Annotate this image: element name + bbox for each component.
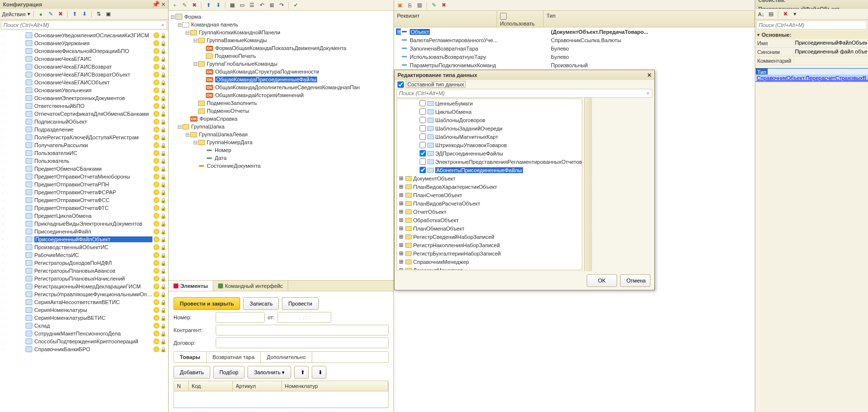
post-and-close-button[interactable]: Провести и закрыть <box>174 297 240 310</box>
type-tree-folder[interactable]: ⊞СправочникМенеджер <box>397 258 582 266</box>
tree-node[interactable]: ГруппаКнопкиКоманднойПанели <box>199 29 280 35</box>
type-tree-folder[interactable]: ⊞ДокументМенеджер <box>397 266 582 270</box>
tree-node[interactable]: Номер <box>215 147 231 153</box>
type-tree-item[interactable]: ШаблоныДоговоров <box>397 116 582 124</box>
ok-button[interactable]: OK <box>587 274 617 287</box>
type-checkbox[interactable] <box>420 142 426 148</box>
tree-node[interactable]: ГруппаВажныеКоманды <box>207 37 267 43</box>
date-field[interactable]: . . : : <box>277 312 331 323</box>
tree-item[interactable]: ·ОснованиеЧекаЕГАИС🔒 <box>0 55 168 63</box>
tree-item[interactable]: ·ОснованиеЧекаЕГАИСОбъект🔒 <box>0 78 168 86</box>
tree-item[interactable]: ·ОснованиеУведомленияОСписанииКиЗГИСМ🔒 <box>0 31 168 39</box>
tree-item[interactable]: ·ПредметЦиклаОбмена🔒 <box>0 212 168 220</box>
up-icon[interactable]: ⬆ <box>71 10 78 18</box>
add-row-button[interactable]: Добавить <box>174 366 210 379</box>
prop-comment-input[interactable] <box>795 57 867 63</box>
tree-item[interactable]: ·ПредметОтправкиОтчетаФСС🔒 <box>0 196 168 204</box>
up-icon[interactable]: ⬆ <box>204 1 212 9</box>
tree-item[interactable]: ·ОснованиеУдержания🔒 <box>0 39 168 47</box>
actions-dropdown[interactable]: Действия <box>2 11 25 17</box>
edit-icon[interactable]: ✎ <box>430 1 438 9</box>
type-checkbox[interactable] <box>420 150 426 156</box>
tree-item[interactable]: ·РабочиеМестаИС🔒 <box>0 251 168 259</box>
prop-name-input[interactable] <box>795 40 867 46</box>
post-button[interactable]: Провести <box>282 297 319 310</box>
tab-cmd-interface[interactable]: Командный интерфейс <box>213 281 288 291</box>
type-tree-folder[interactable]: ⊞ДокументОбъект <box>397 174 582 182</box>
tree-node[interactable]: ГруппаГлобальныеКоманды <box>207 61 277 67</box>
type-checkbox[interactable] <box>420 158 426 165</box>
tree-item[interactable]: ·Склад🔒 <box>0 322 168 330</box>
type-checkbox[interactable] <box>420 100 426 106</box>
tree-item[interactable]: ·СотрудникМакетПенсионногоДела🔒 <box>0 330 168 337</box>
tree-node[interactable]: ФормаОбщаяКомандаПоказатьДвиженияДокумен… <box>215 45 347 51</box>
type-checkbox[interactable] <box>420 125 426 131</box>
clear-search-icon[interactable]: × <box>644 90 652 96</box>
composite-type-checkbox[interactable] <box>397 81 404 88</box>
tab-goods[interactable]: Товары <box>174 352 207 362</box>
delete-icon[interactable]: ✖ <box>440 1 447 9</box>
fill-button[interactable]: Заполнить ▾ <box>248 366 291 379</box>
tree-item[interactable]: ·СерияНоменклатуры🔒 <box>0 306 168 314</box>
prop-section-basic[interactable]: Основные: <box>755 30 868 39</box>
prop-type-value[interactable]: СправочникОбъект.ПерерасчетСтраховыхВ... <box>756 75 868 81</box>
more-icon[interactable]: ▾ <box>791 10 799 18</box>
tree-item[interactable]: ·ПроизводственныйОбъектИС🔒 <box>0 243 168 251</box>
type-tree-item[interactable]: ЦенныеБумаги <box>397 99 582 107</box>
type-tree-folder[interactable]: ⊞ПланВидовРасчетаОбъект <box>397 199 582 207</box>
tree-node[interactable]: ГруппаШапкаЛевая <box>199 131 248 137</box>
type-tree-folder[interactable]: ⊞РегистрСведенийНаборЗаписей <box>397 232 582 241</box>
tab-return-tare[interactable]: Возвратная тара <box>207 352 261 362</box>
tree-node[interactable]: ОбщаяКомандаСтруктураПодчиненности <box>215 69 319 75</box>
type-checkbox[interactable] <box>420 117 426 123</box>
tree-item[interactable]: ·ПредметОтправкиОтчетаФТС🔒 <box>0 204 168 212</box>
tree-item[interactable]: ·СерияАктаНесоответствияВЕТИС🔒 <box>0 298 168 306</box>
tree-item[interactable]: ·ОснованиеФискальнойОперацииБПО🔒 <box>0 47 168 55</box>
number-field[interactable] <box>216 312 265 323</box>
contragent-field[interactable] <box>216 325 389 335</box>
tree-node[interactable]: ФормаСправка <box>199 116 237 122</box>
filter-icon[interactable]: ▣ <box>104 10 112 18</box>
tree-item[interactable]: ·ПодписанныйОбъект🔒 <box>0 118 168 126</box>
tab-elements[interactable]: Элементы <box>169 281 213 291</box>
undo-icon[interactable]: ↶ <box>258 1 266 9</box>
req-row-label[interactable]: ВалютаРегламентированногоУче... <box>410 37 497 43</box>
cancel-button[interactable]: Отмена <box>620 274 650 287</box>
tree-node-form[interactable]: Форма <box>184 14 201 20</box>
type-tree-item[interactable]: ШаблоныМагнитныхКарт <box>397 132 582 141</box>
tree-node[interactable]: ГруппаШапка <box>191 124 224 129</box>
modal-close-icon[interactable]: × <box>647 71 651 79</box>
sort-icon[interactable]: ⇅ <box>95 10 102 18</box>
move-down-button[interactable]: ⬇ <box>312 366 326 379</box>
prop-search-input[interactable] <box>757 22 867 28</box>
tree-item[interactable]: ·ПредметОбменаСБанками🔒 <box>0 165 168 173</box>
config-tree[interactable]: ·ОснованиеУведомленияОСписанииКиЗГИСМ🔒·О… <box>0 30 168 412</box>
tree-item[interactable]: ·ПолеРегистраКлючейДоступаКРегистрам🔒 <box>0 133 168 141</box>
add-icon[interactable]: ＋ <box>171 1 178 9</box>
type-tree-item[interactable]: ЦиклыОбмена <box>397 107 582 116</box>
type-tree-item[interactable]: ЭлектронныеПредставленияРегламентированн… <box>397 157 582 166</box>
clear-icon[interactable]: ✖ <box>781 10 789 18</box>
type-tree[interactable]: ЦенныеБумагиЦиклыОбменаШаблоныДоговоровШ… <box>397 99 582 270</box>
tree-node[interactable]: ПодменюЗаполнить <box>207 100 257 106</box>
layout-icon[interactable]: ▭ <box>238 1 246 9</box>
req-row-label[interactable]: ПараметрыПодключаемыхКоманд <box>410 62 496 68</box>
tree-item[interactable]: ·РегистраторыДоходовПоНДФЛ🔒 <box>0 259 168 267</box>
tree-item[interactable]: ·ОтпечатокСертификатаДляОбменаСБанками🔒 <box>0 110 168 118</box>
type-checkbox[interactable] <box>420 167 426 173</box>
tree-item[interactable]: ·РегистраторыПлановыхНачислений🔒 <box>0 275 168 283</box>
tree-node[interactable]: ОбщаяКомандаИсторияИзменений <box>215 92 304 98</box>
config-search[interactable]: × <box>1 21 167 29</box>
tree-item[interactable]: ·ОснованиеЧекаЕГАИСВозврат🔒 <box>0 63 168 71</box>
down-icon[interactable]: ⬇ <box>80 10 88 18</box>
tree-item[interactable]: ·ОснованияЭлектронныхДокументов🔒 <box>0 94 168 102</box>
tree-node[interactable]: ПодменюОтчеты <box>207 108 249 114</box>
prop-search[interactable] <box>756 21 867 29</box>
type-tree-item[interactable]: ШтрихкодыУпаковокТоваров <box>397 141 582 149</box>
curve-icon[interactable]: ↷ <box>277 1 285 9</box>
tree-node[interactable]: СостояниеДокумента <box>207 163 261 169</box>
form-structure-tree[interactable]: ⊟Форма ⊟Командная панель ⊟ГруппаКнопкиКо… <box>169 11 394 280</box>
tree-node[interactable]: ОбщаяКомандаДополнительныеСведенияКоманд… <box>215 84 360 90</box>
modal-search[interactable]: × <box>397 89 652 98</box>
prop-synonym-input[interactable] <box>795 49 867 54</box>
